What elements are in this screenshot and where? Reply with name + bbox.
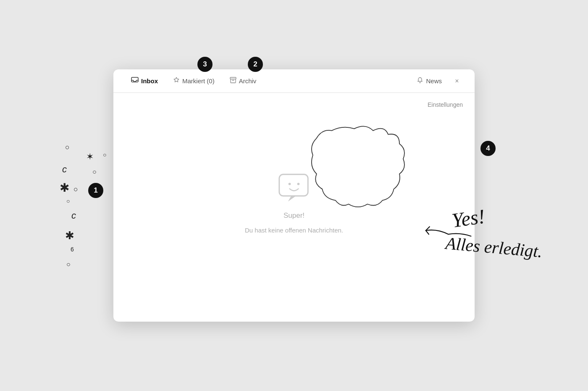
chat-icon-wrapper [275,171,313,205]
tab-news[interactable]: News [411,74,448,89]
settings-link[interactable]: Einstellungen [428,100,463,110]
inbox-icon [131,77,139,85]
archive-icon [230,77,236,85]
svg-rect-1 [230,77,236,79]
tab-bar: Inbox Markiert (0) Archiv [113,69,475,93]
badge-2: 2 [248,57,263,72]
bell-icon [417,77,423,85]
tab-news-label: News [426,77,442,85]
badge-3: 3 [197,57,213,72]
main-window: 1 2 3 4 Inbox Markiert (0) [113,69,475,322]
svg-rect-2 [279,174,308,196]
svg-point-4 [297,182,300,185]
close-button[interactable]: × [451,75,463,87]
star-icon [173,77,180,85]
tab-inbox-label: Inbox [141,77,158,85]
empty-subtitle: Du hast keine offenen Nachrichten. [245,227,343,234]
badge-1: 1 [88,183,103,198]
empty-title: Super! [284,211,304,220]
tab-archiv-label: Archiv [239,77,257,85]
svg-text:Alles erledigt.: Alles erledigt. [444,233,543,261]
badge-4: 4 [480,141,496,156]
tab-archiv[interactable]: Archiv [224,74,262,89]
tab-markiert[interactable]: Markiert (0) [167,74,220,89]
tab-inbox[interactable]: Inbox [125,74,164,89]
content-area: Einstellungen Super! Du hast keine offen… [113,93,475,312]
tab-markiert-label: Markiert (0) [182,77,215,85]
chat-smiley-icon [276,172,312,204]
svg-point-3 [289,182,291,185]
svg-text:Yes!: Yes! [450,205,486,231]
empty-state: Super! Du hast keine offenen Nachrichten… [245,118,343,295]
